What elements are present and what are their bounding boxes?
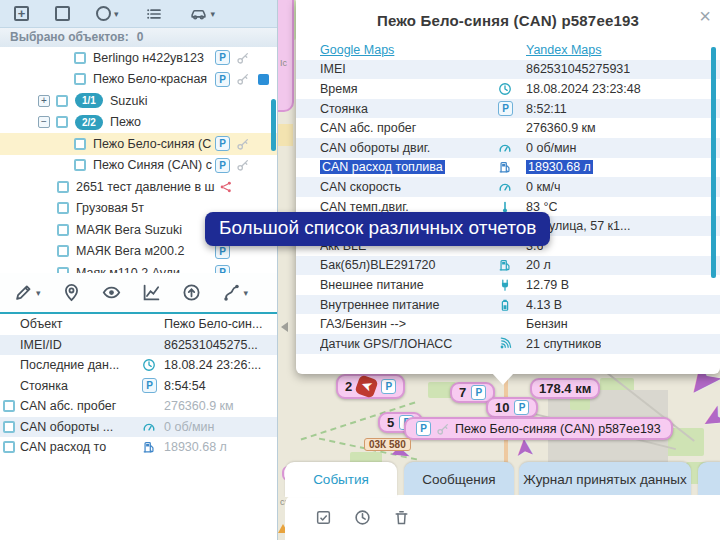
unit-row[interactable]: Berlingo н422ув123	[0, 47, 277, 69]
group-checkbox[interactable]	[56, 95, 68, 107]
unit-checkbox[interactable]	[57, 245, 69, 257]
group-label: Пежо	[110, 115, 141, 129]
send-command-button[interactable]	[182, 283, 201, 302]
map-marker[interactable]: 2 ➤	[336, 374, 405, 399]
time-filter-icon[interactable]	[354, 509, 371, 526]
upload-circle-icon	[182, 283, 201, 302]
row-label: Внешнее питание	[320, 278, 498, 292]
avito-watermark: Avito	[610, 496, 710, 532]
popup-row: Время 18.08.2024 23:23:48	[296, 79, 720, 99]
unit-checkbox[interactable]	[57, 202, 69, 214]
unit-checkbox[interactable]	[57, 267, 69, 273]
key-icon[interactable]	[236, 137, 250, 151]
key-icon[interactable]	[236, 72, 250, 86]
car-icon	[189, 5, 208, 22]
satellite-icon	[498, 337, 512, 351]
tab-events[interactable]: События	[285, 462, 397, 497]
list-icon	[145, 6, 163, 22]
gauge-icon	[142, 420, 156, 434]
unit-checkbox[interactable]	[57, 224, 69, 236]
row-label: Стоянка	[320, 102, 498, 116]
info-value: 18.08.24 23:26:...	[164, 358, 261, 372]
map-text: Ic	[280, 58, 287, 68]
info-value: 8:54:54	[164, 379, 206, 393]
group-row[interactable]: 2/2 Пежо	[0, 112, 277, 134]
unit-label: Пежо Бело-синяя (С	[93, 137, 211, 151]
fuel-icon	[498, 258, 512, 272]
google-maps-link[interactable]: Google Maps	[320, 43, 394, 57]
map-unit-label[interactable]: Пежо Бело-синяя (CAN) p587ee193	[404, 417, 673, 440]
visibility-button[interactable]	[102, 283, 121, 302]
group-checkbox[interactable]	[56, 116, 68, 128]
group-label: Suzuki	[110, 94, 148, 108]
info-label: Последние дан...	[20, 358, 142, 372]
key-icon[interactable]	[236, 51, 250, 65]
unit-checkbox[interactable]	[74, 138, 86, 150]
unit-label: Пежо Синяя (CAN) с	[93, 158, 212, 172]
popup-row: IMEI 862531045275931	[296, 60, 720, 80]
map-label-partial	[278, 0, 294, 112]
popup-scrollbar[interactable]	[711, 47, 716, 278]
sensor-checkbox[interactable]	[3, 400, 15, 412]
route-icon	[222, 283, 241, 302]
row-value: 0 км/ч	[526, 180, 560, 194]
close-icon[interactable]: ×	[699, 6, 711, 26]
collapse-panel-arrow[interactable]	[281, 322, 288, 332]
unit-row[interactable]: Пежо Синяя (CAN) с	[0, 155, 277, 177]
circle-tool-button[interactable]: ▾	[96, 6, 119, 21]
row-label: Датчик GPS/ГЛОНАСС	[320, 337, 498, 351]
rectangle-tool-button[interactable]	[55, 6, 70, 21]
unit-row[interactable]: Маяк м110.2 Ауди	[0, 262, 277, 273]
edit-unit-button[interactable]: ▾	[14, 283, 41, 302]
unit-tooltip-popup: Пежо Бело-синяя (CAN) p587ee193 × Google…	[296, 0, 720, 374]
pencil-icon	[14, 283, 33, 302]
popup-row: Датчик GPS/ГЛОНАСС 21 спутников	[296, 334, 720, 354]
map-marker[interactable]: 10	[486, 397, 538, 418]
plug-icon	[498, 278, 512, 292]
info-label: IMEI/ID	[20, 338, 142, 352]
battery-icon	[498, 298, 512, 312]
charts-button[interactable]	[142, 283, 161, 302]
unit-checkbox[interactable]	[57, 181, 69, 193]
unit-checkbox[interactable]	[74, 52, 86, 64]
units-menu-button[interactable]: ▾	[189, 5, 216, 22]
unit-checkbox[interactable]	[74, 73, 86, 85]
trash-icon[interactable]	[393, 509, 410, 526]
unit-checkbox[interactable]	[74, 159, 86, 171]
sensor-checkbox[interactable]	[3, 441, 15, 453]
tab-partial[interactable]	[698, 462, 720, 497]
clock-icon	[142, 358, 156, 372]
info-value: 862531045275...	[164, 338, 258, 352]
row-label: Внутреннее питание	[320, 298, 498, 312]
popup-row: Внутреннее питание 4.13 В	[296, 295, 720, 315]
road-number-label: 03К 580	[364, 438, 411, 451]
unit-row[interactable]: Пежо Бело-красная	[0, 69, 277, 91]
popup-row: ГАЗ/Бензин --> Бензин	[296, 314, 720, 334]
key-icon[interactable]	[236, 158, 250, 172]
info-label: Стоянка	[20, 379, 142, 393]
collapse-icon[interactable]	[38, 116, 50, 128]
select-all-checkbox-icon[interactable]	[315, 509, 332, 526]
parking-badge	[381, 379, 396, 394]
unit-row-selected[interactable]: Пежо Бело-синяя (С	[0, 133, 277, 155]
unit-row[interactable]: 2651 тест давление в ш	[0, 176, 277, 198]
yandex-maps-link[interactable]: Yandex Maps	[526, 43, 602, 57]
info-row: CAN расход то 18930.68 л	[0, 437, 277, 458]
info-row: CAN обороты ... 0 об/мин	[0, 417, 277, 438]
expand-icon[interactable]	[38, 95, 50, 107]
info-row: Последние дан... 18.08.24 23:26:...	[0, 355, 277, 376]
tree-scrollbar[interactable]	[271, 99, 276, 151]
info-row: CAN абс. пробег 276360.9 км	[0, 396, 277, 417]
sensor-checkbox[interactable]	[3, 421, 15, 433]
list-view-button[interactable]	[145, 6, 163, 22]
tracks-button[interactable]: ▾	[222, 283, 249, 302]
show-on-map-button[interactable]	[62, 283, 81, 302]
tab-journal[interactable]: Журнал принятых данных	[519, 462, 691, 497]
add-geofence-button[interactable]	[14, 6, 29, 21]
unit-label: 2651 тест давление в ш	[76, 180, 215, 194]
group-row[interactable]: 1/1 Suzuki	[0, 90, 277, 112]
moving-unit-icon: ➤	[355, 374, 379, 398]
tab-messages[interactable]: Сообщения	[404, 462, 514, 497]
clock-icon	[498, 82, 512, 96]
tab-label: События	[313, 472, 369, 487]
